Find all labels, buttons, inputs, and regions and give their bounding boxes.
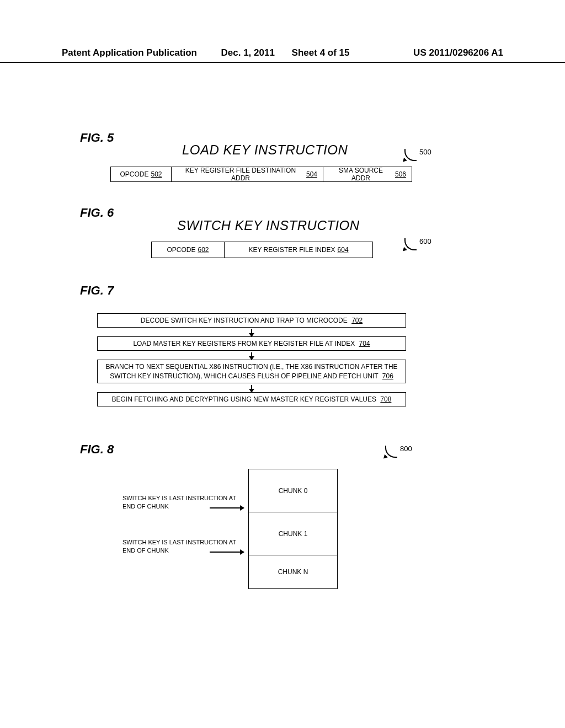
fig7-step3-text: BRANCH TO NEXT SEQUENTIAL X86 INSTRUCTIO… — [105, 363, 397, 379]
fig5-src-text: SMA SOURCE ADDR — [329, 167, 393, 182]
fig6-title: SWITCH KEY INSTRUCTION — [177, 218, 360, 233]
fig6-index-ref: 604 — [338, 246, 349, 254]
patent-page: Patent Application Publication Dec. 1, 2… — [0, 0, 565, 728]
fig8-arrow-2-icon — [210, 552, 244, 553]
fig6-opcode-text: OPCODE — [167, 246, 195, 254]
fig5-opcode-ref: 502 — [151, 170, 162, 178]
fig5-dest-text: KEY REGISTER FILE DESTINATION ADDR — [177, 167, 304, 182]
fig8-chunk-n: CHUNK N — [249, 555, 337, 588]
fig5-label: FIG. 5 — [80, 131, 114, 145]
fig6-index: KEY REGISTER FILE INDEX 604 — [225, 242, 372, 258]
header-mid: Dec. 1, 2011 Sheet 4 of 15 — [221, 47, 350, 58]
fig7-step1-ref: 702 — [351, 317, 363, 324]
fig5-dest-addr: KEY REGISTER FILE DESTINATION ADDR 504 — [172, 167, 323, 181]
fig8-chunk-0: CHUNK 0 — [249, 469, 337, 512]
fig5-dest-ref: 504 — [306, 170, 317, 178]
fig7-step2-ref: 704 — [359, 340, 370, 347]
fig6-opcode-ref: 602 — [198, 246, 209, 254]
fig8-callout: 800 — [400, 445, 412, 453]
fig6-opcode: OPCODE 602 — [152, 242, 225, 258]
fig7-step1-text: DECODE SWITCH KEY INSTRUCTION AND TRAP T… — [141, 317, 348, 324]
header-left: Patent Application Publication — [62, 47, 216, 58]
fig6-callout: 600 — [419, 237, 431, 245]
fig8-chunk-stack: CHUNK 0 CHUNK 1 CHUNK N — [248, 469, 338, 589]
fig7-flowchart: DECODE SWITCH KEY INSTRUCTION AND TRAP T… — [97, 313, 406, 406]
flow-arrow-icon — [97, 383, 406, 392]
fig7-step-4: BEGIN FETCHING AND DECRYPTING USING NEW … — [97, 392, 406, 406]
fig7-label: FIG. 7 — [80, 283, 114, 298]
fig7-step-1: DECODE SWITCH KEY INSTRUCTION AND TRAP T… — [97, 313, 406, 328]
fig5-src-addr: SMA SOURCE ADDR 506 — [323, 167, 412, 181]
header-sheet: Sheet 4 of 15 — [292, 47, 350, 58]
fig6-label: FIG. 6 — [80, 206, 114, 220]
fig5-lead-arrow-icon — [404, 149, 420, 164]
fig6-index-text: KEY REGISTER FILE INDEX — [248, 246, 335, 254]
page-header: Patent Application Publication Dec. 1, 2… — [0, 47, 565, 63]
fig5-callout: 500 — [419, 148, 431, 156]
header-date: Dec. 1, 2011 — [221, 47, 275, 58]
fig5-instruction-format: OPCODE 502 KEY REGISTER FILE DESTINATION… — [110, 167, 412, 182]
fig8-lead-arrow-icon — [385, 446, 401, 461]
fig8-label: FIG. 8 — [80, 442, 114, 457]
header-pubno: US 2011/0296206 A1 — [349, 47, 503, 58]
fig8-arrow-1-icon — [210, 507, 244, 508]
fig8-chunk-1: CHUNK 1 — [249, 512, 337, 555]
fig5-src-ref: 506 — [395, 170, 406, 178]
fig5-opcode-text: OPCODE — [120, 170, 148, 178]
fig5-opcode: OPCODE 502 — [111, 167, 172, 181]
fig6-lead-arrow-icon — [404, 238, 420, 254]
fig7-step2-text: LOAD MASTER KEY REGISTERS FROM KEY REGIS… — [133, 340, 355, 347]
flow-arrow-icon — [97, 351, 406, 360]
fig7-step4-text: BEGIN FETCHING AND DECRYPTING USING NEW … — [112, 395, 376, 403]
fig5-title: LOAD KEY INSTRUCTION — [182, 142, 348, 158]
fig6-instruction-format: OPCODE 602 KEY REGISTER FILE INDEX 604 — [151, 242, 373, 258]
fig7-step3-ref: 706 — [382, 372, 393, 380]
fig7-step4-ref: 708 — [380, 395, 391, 403]
flow-arrow-icon — [97, 328, 406, 336]
fig7-step-3: BRANCH TO NEXT SEQUENTIAL X86 INSTRUCTIO… — [97, 360, 406, 383]
fig7-step-2: LOAD MASTER KEY REGISTERS FROM KEY REGIS… — [97, 336, 406, 351]
